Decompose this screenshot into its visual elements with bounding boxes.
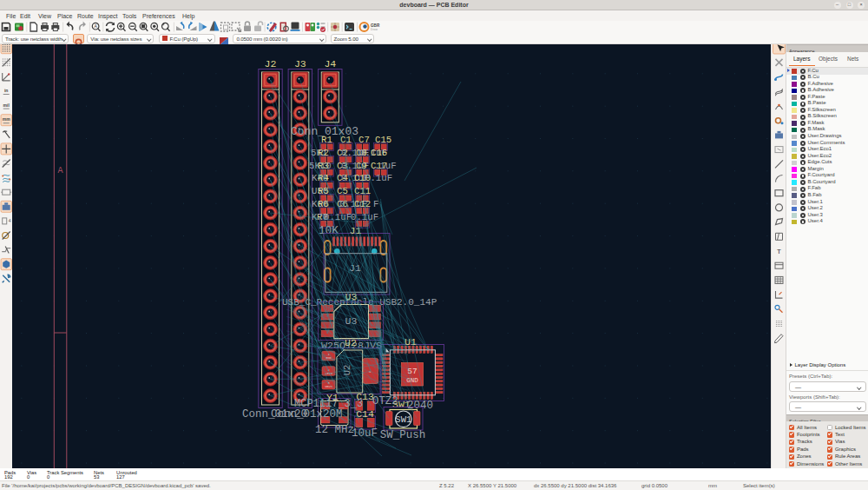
svg-text:4: 4 [9, 218, 11, 223]
svg-text:in: in [4, 88, 8, 93]
svg-text:GND: GND [406, 377, 418, 384]
svg-text:C16: C16 [371, 148, 387, 158]
svg-text:mm: mm [3, 116, 10, 122]
svg-text:C11: C11 [354, 186, 371, 196]
svg-text:GBR: GBR [371, 23, 380, 28]
svg-text:mil: mil [3, 103, 10, 108]
svg-text:R2: R2 [318, 148, 329, 158]
svg-text:10uF: 10uF [352, 427, 378, 440]
svg-text:A: A [57, 166, 62, 175]
svg-text:OTZ2: OTZ2 [372, 395, 398, 407]
svg-text:J4: J4 [324, 58, 336, 70]
svg-text:F.1uF: F.1uF [365, 173, 392, 183]
svg-text:Conn_01x20M: Conn_01x20M [271, 408, 343, 420]
svg-text:A: A [94, 23, 97, 29]
svg-text:J2: J2 [265, 58, 277, 70]
svg-text:Draw: Draw [371, 28, 378, 31]
svg-text:SW_Push: SW_Push [380, 429, 426, 441]
svg-text:F: F [373, 199, 378, 209]
svg-text:.1uF: .1uF [374, 161, 397, 171]
svg-text:C12: C12 [354, 199, 371, 209]
svg-text:T: T [777, 248, 781, 255]
svg-text:C7: C7 [358, 135, 370, 145]
svg-text:12 MHz: 12 MHz [315, 424, 354, 436]
svg-text:J3: J3 [294, 58, 306, 70]
svg-text:SW1: SW1 [395, 414, 411, 425]
svg-text:C15: C15 [375, 135, 391, 145]
